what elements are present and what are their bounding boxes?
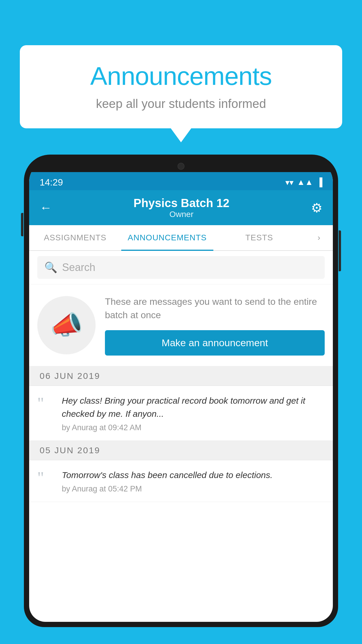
announcement-prompt: 📣 These are messages you want to send to…: [29, 284, 333, 366]
prompt-right: These are messages you want to send to t…: [105, 295, 325, 356]
status-bar: 14:29 ▾▾ ▲▲ ▐: [29, 172, 333, 190]
header-title-group: Physics Batch 12 Owner: [133, 197, 229, 219]
signal-icon: ▲▲: [297, 178, 313, 187]
app-header: ← Physics Batch 12 Owner ⚙: [29, 190, 333, 225]
status-icons: ▾▾ ▲▲ ▐: [285, 178, 322, 187]
tab-more-icon: ›: [317, 233, 320, 242]
prompt-description: These are messages you want to send to t…: [105, 295, 325, 322]
announcement-meta-2: by Anurag at 05:42 PM: [62, 484, 325, 494]
announcement-item-1: " Hey class! Bring your practical record…: [29, 386, 333, 441]
settings-icon[interactable]: ⚙: [311, 200, 322, 215]
announcement-content-1: Hey class! Bring your practical record b…: [62, 394, 325, 432]
phone-mockup: 14:29 ▾▾ ▲▲ ▐ ← Physics Batch 12 Owner ⚙: [24, 155, 338, 644]
announcement-meta-1: by Anurag at 09:42 AM: [62, 423, 325, 432]
search-icon: 🔍: [44, 261, 57, 274]
search-bar: 🔍 Search: [29, 251, 333, 284]
header-subtitle: Owner: [133, 210, 229, 219]
megaphone-circle: 📣: [37, 296, 96, 354]
quote-icon-1: ": [37, 395, 55, 412]
phone-camera: [178, 163, 184, 170]
phone-content: 14:29 ▾▾ ▲▲ ▐ ← Physics Batch 12 Owner ⚙: [29, 172, 333, 622]
status-time: 14:29: [40, 177, 63, 188]
bubble-subtitle: keep all your students informed: [37, 97, 325, 111]
announcement-text-1: Hey class! Bring your practical record b…: [62, 394, 325, 420]
search-placeholder-text: Search: [62, 261, 95, 274]
make-announcement-button[interactable]: Make an announcement: [105, 330, 325, 356]
quote-icon-2: ": [37, 470, 55, 486]
speech-bubble-container: Announcements keep all your students inf…: [20, 45, 342, 128]
tab-announcements[interactable]: ANNOUNCEMENTS: [121, 225, 213, 250]
date-separator-1: 06 JUN 2019: [29, 366, 333, 386]
phone-inner: 14:29 ▾▾ ▲▲ ▐ ← Physics Batch 12 Owner ⚙: [29, 160, 333, 622]
tab-more[interactable]: ›: [305, 225, 333, 250]
date-separator-2: 05 JUN 2019: [29, 441, 333, 460]
wifi-icon: ▾▾: [285, 178, 294, 187]
side-button-right: [339, 230, 341, 271]
back-button[interactable]: ←: [40, 201, 52, 215]
speech-bubble: Announcements keep all your students inf…: [20, 45, 342, 128]
search-input-wrap[interactable]: 🔍 Search: [37, 256, 325, 279]
announcement-item-2: " Tomorrow's class has been cancelled du…: [29, 460, 333, 502]
bubble-title: Announcements: [37, 61, 325, 91]
announcement-content-2: Tomorrow's class has been cancelled due …: [62, 468, 325, 494]
battery-icon: ▐: [317, 178, 322, 187]
side-button-left: [21, 213, 23, 236]
tabs-bar: ASSIGNMENTS ANNOUNCEMENTS TESTS ›: [29, 225, 333, 251]
phone-outer: 14:29 ▾▾ ▲▲ ▐ ← Physics Batch 12 Owner ⚙: [24, 155, 338, 627]
phone-notch: [158, 160, 204, 172]
tab-assignments[interactable]: ASSIGNMENTS: [29, 225, 121, 250]
megaphone-icon: 📣: [50, 310, 83, 340]
announcement-text-2: Tomorrow's class has been cancelled due …: [62, 468, 325, 482]
tab-tests[interactable]: TESTS: [213, 225, 305, 250]
header-title: Physics Batch 12: [133, 197, 229, 210]
